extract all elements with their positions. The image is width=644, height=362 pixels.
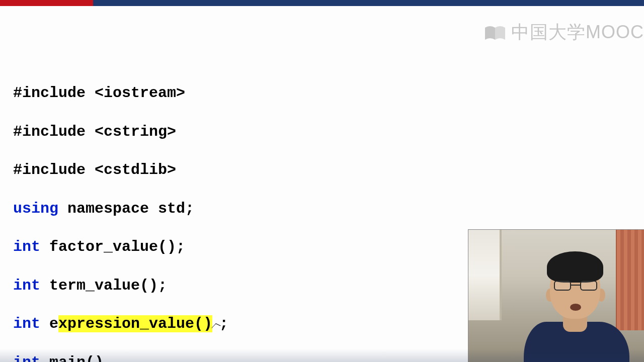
webcam-window (468, 230, 502, 320)
presenter-webcam (468, 229, 644, 362)
highlighted-function: xpression_value() (58, 315, 212, 332)
keyword-int: int (13, 277, 40, 294)
code-text: #include <cstdlib> (13, 161, 176, 178)
code-line: #include <iostream> (13, 83, 644, 103)
code-text: e (40, 315, 58, 332)
code-line: #include <cstdlib> (13, 160, 644, 179)
keyword-int: int (13, 354, 40, 362)
code-text: #include <cstring> (13, 123, 176, 140)
code-line: using namespace std; (13, 199, 644, 218)
keyword-using: using (13, 200, 58, 217)
keyword-int: int (13, 238, 40, 255)
code-text: namespace std; (58, 200, 194, 217)
mouse-cursor-icon (212, 319, 219, 329)
glasses-icon (554, 281, 597, 292)
watermark: 中国大学MOOC (484, 20, 644, 45)
code-text: factor_value(); (40, 238, 185, 255)
top-bar (0, 0, 644, 6)
code-text: main() (40, 354, 104, 362)
presenter-figure (514, 251, 629, 362)
book-icon (484, 25, 506, 41)
keyword-int: int (13, 315, 40, 332)
code-text: #include <iostream> (13, 84, 185, 102)
watermark-text: 中国大学MOOC (511, 20, 644, 45)
code-text: term_value(); (40, 277, 167, 294)
code-text: ; (219, 315, 228, 332)
top-bar-progress (0, 0, 93, 6)
code-line: #include <cstring> (13, 122, 644, 141)
